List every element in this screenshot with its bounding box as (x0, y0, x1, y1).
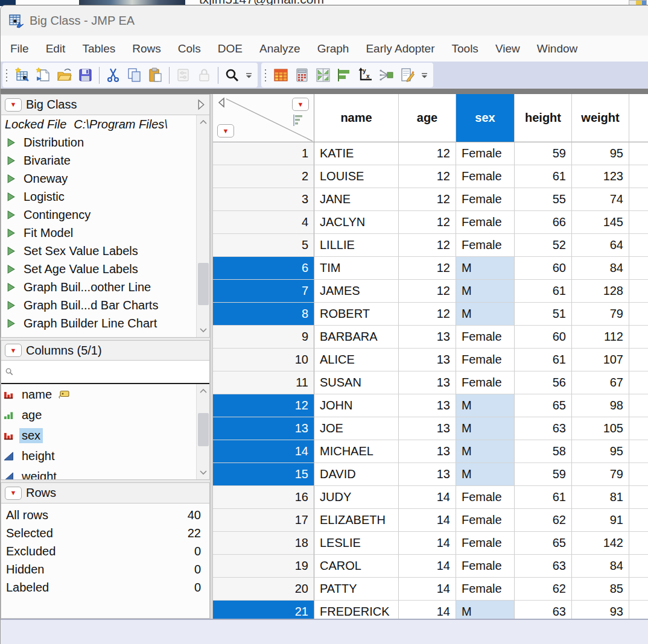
new-data-table-icon[interactable] (12, 65, 32, 85)
column-header-sex[interactable]: sex (456, 94, 515, 142)
menu-analyze[interactable]: Analyze (251, 39, 309, 59)
row-number-cell[interactable]: 19 (213, 555, 314, 578)
cell-height[interactable]: 56 (515, 371, 572, 394)
cell-weight[interactable]: 91 (572, 509, 629, 532)
cell-name[interactable]: LESLIE (314, 532, 399, 555)
cell-name[interactable]: SUSAN (314, 371, 399, 394)
cell-name[interactable]: PATTY (314, 578, 399, 601)
toolbar-grip[interactable] (264, 68, 267, 83)
menu-file[interactable]: File (2, 39, 37, 59)
cell-height[interactable]: 65 (515, 394, 572, 417)
column-item-name[interactable]: name (1, 384, 196, 405)
cell-height[interactable]: 60 (515, 257, 572, 280)
cell-age[interactable]: 14 (399, 509, 456, 532)
cell-height[interactable]: 52 (515, 234, 572, 257)
cell-height[interactable]: 51 (515, 303, 572, 326)
script-item-bivariate[interactable]: Bivariate (1, 151, 196, 169)
red-triangle-menu-button[interactable]: ▼ (5, 487, 22, 500)
script-item-graph-builder-line-chart[interactable]: Graph Builder Line Chart (1, 314, 196, 332)
cell-weight[interactable]: 112 (572, 326, 629, 349)
cell-name[interactable]: LOUISE (314, 165, 399, 188)
cell-sex[interactable]: Female (456, 532, 515, 555)
copy-icon[interactable] (124, 65, 144, 85)
cell-weight[interactable]: 95 (572, 142, 629, 165)
script-item-fit-model[interactable]: Fit Model (1, 224, 196, 242)
cell-age[interactable]: 13 (399, 326, 456, 349)
cell-height[interactable]: 63 (515, 601, 572, 619)
cell-sex[interactable]: Female (456, 165, 515, 188)
row-number-cell[interactable]: 20 (213, 578, 314, 601)
panel-collapse-arrow-icon[interactable] (197, 99, 206, 110)
hide-panel-arrow-icon[interactable] (217, 97, 226, 108)
cell-weight[interactable]: 67 (572, 371, 629, 394)
columns-menu-red-triangle[interactable]: ▼ (292, 98, 309, 111)
scrollbar-thumb[interactable] (198, 413, 209, 446)
paste-icon[interactable] (145, 65, 165, 85)
cell-name[interactable]: JOE (314, 417, 399, 440)
cell-weight[interactable]: 84 (572, 555, 629, 578)
cell-weight[interactable]: 93 (572, 601, 629, 619)
row-number-cell[interactable]: 8 (213, 303, 314, 326)
cell-sex[interactable]: M (456, 303, 515, 326)
cell-weight[interactable]: 142 (572, 532, 629, 555)
cell-sex[interactable]: M (456, 601, 515, 619)
cell-age[interactable]: 12 (399, 211, 456, 234)
graph-builder-icon[interactable] (334, 65, 354, 85)
options-disabled-icon[interactable] (173, 65, 193, 85)
cell-height[interactable]: 61 (515, 349, 572, 371)
cell-name[interactable]: ELIZABETH (314, 509, 399, 532)
cell-sex[interactable]: Female (456, 234, 515, 257)
cell-name[interactable]: JACLYN (314, 211, 399, 234)
cell-age[interactable]: 12 (399, 234, 456, 257)
cell-sex[interactable]: Female (456, 509, 515, 532)
cell-age[interactable]: 13 (399, 463, 456, 486)
menu-window[interactable]: Window (529, 39, 586, 59)
cell-sex[interactable]: Female (456, 211, 515, 234)
red-triangle-menu-button[interactable]: ▼ (5, 98, 22, 112)
cell-weight[interactable]: 74 (572, 188, 629, 211)
menu-doe[interactable]: DOE (209, 39, 251, 59)
scroll-up-icon[interactable] (197, 385, 209, 396)
rows-menu-red-triangle[interactable]: ▼ (217, 124, 234, 137)
lock-disabled-icon[interactable] (194, 65, 214, 85)
row-number-cell[interactable]: 14 (213, 440, 314, 463)
menu-tools[interactable]: Tools (443, 39, 487, 59)
fit-y-by-x-icon[interactable]: yx (355, 65, 375, 85)
columns-search-input[interactable] (14, 363, 209, 381)
data-table-icon[interactable] (271, 65, 291, 85)
profiler-icon[interactable] (376, 65, 396, 85)
scroll-down-icon[interactable] (197, 467, 209, 478)
cell-name[interactable]: KATIE (314, 142, 399, 165)
cell-age[interactable]: 13 (399, 417, 456, 440)
cell-name[interactable]: DAVID (314, 463, 399, 486)
column-item-height[interactable]: height (1, 446, 196, 466)
cell-age[interactable]: 13 (399, 371, 456, 394)
cell-weight[interactable]: 64 (572, 234, 629, 257)
menu-early-adopter[interactable]: Early Adopter (357, 39, 443, 59)
column-header-name[interactable]: name (314, 94, 399, 142)
cell-height[interactable]: 55 (515, 188, 572, 211)
cell-sex[interactable]: M (456, 463, 515, 486)
save-icon[interactable] (75, 65, 95, 85)
new-journal-icon[interactable] (33, 65, 53, 85)
cell-height[interactable]: 61 (515, 165, 572, 188)
cell-weight[interactable]: 128 (572, 280, 629, 303)
script-item-contingency[interactable]: Contingency (1, 206, 196, 224)
cell-age[interactable]: 14 (399, 532, 456, 555)
cell-height[interactable]: 62 (515, 578, 572, 601)
script-item-logistic[interactable]: Logistic (1, 188, 196, 206)
column-header-age[interactable]: age (399, 94, 456, 142)
cell-name[interactable]: JUDY (314, 486, 399, 509)
cell-sex[interactable]: Female (456, 142, 515, 165)
cell-height[interactable]: 62 (515, 509, 572, 532)
row-number-cell[interactable]: 16 (213, 486, 314, 509)
row-number-cell[interactable]: 17 (213, 509, 314, 532)
cell-name[interactable]: CAROL (314, 555, 399, 578)
cell-sex[interactable]: Female (456, 486, 515, 509)
cell-name[interactable]: ROBERT (314, 303, 399, 326)
cell-height[interactable]: 58 (515, 440, 572, 463)
script-item-set-sex-value-labels[interactable]: Set Sex Value Labels (1, 242, 196, 260)
cell-sex[interactable]: Female (456, 555, 515, 578)
cell-age[interactable]: 12 (399, 142, 456, 165)
script-item-set-age-value-labels[interactable]: Set Age Value Labels (1, 260, 196, 278)
